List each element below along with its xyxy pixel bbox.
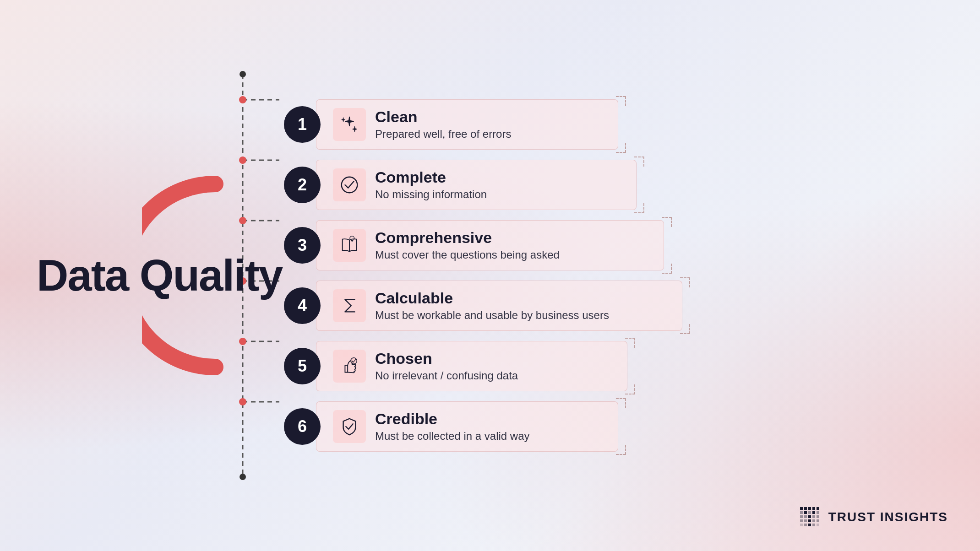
svg-rect-21	[800, 507, 803, 510]
svg-rect-43	[808, 524, 811, 526]
comprehensive-subtitle: Must cover the questions being asked	[375, 248, 651, 261]
svg-point-2	[239, 96, 246, 103]
card-clean: Clean Prepared well, free of errors	[316, 99, 618, 150]
svg-point-6	[239, 217, 246, 224]
calculable-icon-box	[333, 289, 366, 322]
credible-content: Credible Must be collected in a valid wa…	[375, 411, 605, 442]
chosen-subtitle: No irrelevant / confusing data	[375, 369, 614, 382]
comprehensive-content: Comprehensive Must cover the questions b…	[375, 229, 651, 261]
svg-rect-28	[808, 511, 811, 514]
svg-rect-42	[804, 524, 807, 526]
svg-point-13	[240, 71, 246, 77]
chosen-content: Chosen No irrelevant / confusing data	[375, 350, 614, 382]
svg-rect-24	[812, 507, 815, 510]
svg-rect-22	[804, 507, 807, 510]
complete-content: Complete No missing information	[375, 169, 623, 200]
svg-rect-38	[808, 519, 811, 522]
shield-check-icon	[339, 416, 360, 437]
credible-title: Credible	[375, 411, 605, 427]
card-credible: Credible Must be collected in a valid wa…	[316, 401, 618, 452]
logo-area: TRUST INSIGHTS	[798, 505, 948, 529]
card-row-1: 1 Clean Prepared well, free of errors	[284, 99, 682, 150]
svg-rect-27	[804, 511, 807, 514]
svg-point-4	[239, 157, 246, 164]
page-title: Data Quality	[37, 253, 282, 299]
complete-icon-box	[333, 168, 366, 201]
chosen-icon-box	[333, 350, 366, 383]
svg-rect-41	[800, 524, 803, 526]
card-complete: Complete No missing information	[316, 160, 637, 210]
svg-rect-44	[812, 524, 815, 526]
svg-rect-26	[800, 511, 803, 514]
svg-rect-29	[812, 511, 815, 514]
card-row-6: 6 Credible Must be collected in a valid …	[284, 401, 682, 452]
complete-subtitle: No missing information	[375, 188, 623, 201]
svg-rect-31	[800, 515, 803, 518]
card-row-2: 2 Complete No missing information	[284, 160, 682, 210]
svg-point-17	[350, 236, 354, 241]
card-calculable: Calculable Must be workable and usable b…	[316, 281, 682, 331]
svg-point-14	[240, 474, 246, 480]
card-row-5: 5 Chosen No irrelevant / confusing data	[284, 341, 682, 391]
credible-icon-box	[333, 410, 366, 443]
svg-rect-40	[817, 519, 819, 522]
number-3: 3	[284, 227, 321, 264]
svg-point-15	[342, 177, 358, 193]
svg-point-10	[239, 338, 246, 345]
clean-title: Clean	[375, 108, 605, 125]
svg-rect-30	[817, 511, 819, 514]
sparkles-icon	[339, 114, 360, 135]
card-comprehensive: Comprehensive Must cover the questions b…	[316, 220, 664, 270]
book-lightbulb-icon	[339, 235, 360, 256]
complete-title: Complete	[375, 169, 623, 186]
svg-rect-34	[812, 515, 815, 518]
svg-rect-36	[800, 519, 803, 522]
sigma-icon	[339, 295, 360, 316]
comprehensive-icon-box	[333, 229, 366, 262]
number-1: 1	[284, 106, 321, 143]
number-4: 4	[284, 287, 321, 324]
svg-rect-33	[808, 515, 811, 518]
svg-rect-32	[804, 515, 807, 518]
svg-rect-39	[812, 519, 815, 522]
svg-point-12	[239, 398, 246, 405]
credible-subtitle: Must be collected in a valid way	[375, 430, 605, 443]
main-container: Data Quality	[0, 0, 980, 551]
card-row-3: 3 Comprehensive Must cover	[284, 220, 682, 270]
cards-section: 1 Clean Prepared well, free of errors	[284, 99, 682, 452]
svg-point-20	[351, 358, 357, 364]
clean-subtitle: Prepared well, free of errors	[375, 128, 605, 140]
card-chosen: Chosen No irrelevant / confusing data	[316, 341, 627, 391]
svg-rect-23	[808, 507, 811, 510]
card-row-4: 4 Calculable Must be workable and usable…	[284, 281, 682, 331]
title-section: Data Quality	[37, 253, 282, 299]
clean-content: Clean Prepared well, free of errors	[375, 108, 605, 140]
logo-text: TRUST INSIGHTS	[828, 510, 948, 524]
trust-insights-logo-icon	[798, 505, 822, 529]
number-2: 2	[284, 167, 321, 203]
svg-rect-25	[817, 507, 819, 510]
svg-rect-37	[804, 519, 807, 522]
svg-rect-45	[817, 524, 819, 526]
checkmark-circle-icon	[339, 174, 360, 195]
calculable-content: Calculable Must be workable and usable b…	[375, 290, 669, 321]
calculable-subtitle: Must be workable and usable by business …	[375, 309, 669, 322]
svg-rect-35	[817, 515, 819, 518]
number-5: 5	[284, 348, 321, 384]
thumb-up-check-icon	[339, 356, 360, 377]
comprehensive-title: Comprehensive	[375, 229, 651, 246]
chosen-title: Chosen	[375, 350, 614, 367]
clean-icon-box	[333, 108, 366, 141]
calculable-title: Calculable	[375, 290, 669, 307]
number-6: 6	[284, 408, 321, 445]
